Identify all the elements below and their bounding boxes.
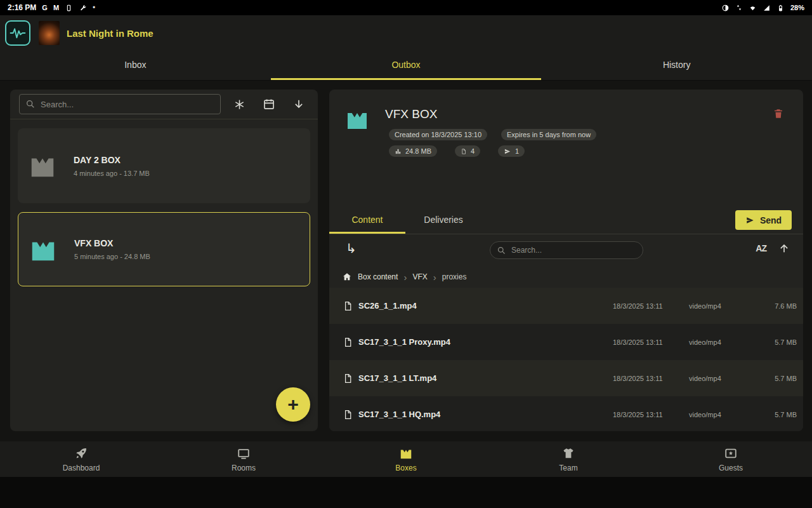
nav-label: Dashboard: [63, 464, 100, 472]
nav-rooms[interactable]: Rooms: [162, 441, 325, 477]
nav-label: Boxes: [395, 464, 416, 472]
box-icon: [29, 235, 58, 264]
nav-guests[interactable]: Guests: [650, 441, 812, 477]
file-type: video/mp4: [689, 375, 752, 382]
sort-order-icon[interactable]: [778, 242, 790, 255]
clock: 2:16 PM: [8, 3, 36, 12]
box-name: VFX BOX: [74, 238, 150, 248]
app-header: Last Night in Rome: [0, 15, 812, 51]
file-type: video/mp4: [689, 302, 752, 310]
home-icon[interactable]: [342, 272, 352, 282]
box-item-vfx[interactable]: VFX BOX 5 minutes ago - 24.8 MB: [18, 212, 310, 286]
search-input[interactable]: [41, 100, 214, 109]
rocket-icon: [74, 446, 88, 460]
tab-outbox[interactable]: Outbox: [271, 51, 542, 80]
breadcrumb-level1[interactable]: VFX: [412, 272, 427, 281]
sort-direction-icon[interactable]: [292, 98, 305, 110]
data-transfer-icon: [735, 4, 743, 11]
file-row[interactable]: SC26_1_1.mp4 18/3/2025 13:11 video/mp4 7…: [329, 288, 803, 324]
detail-tab-bar: Content Deliveries: [329, 207, 803, 234]
size-icon: [395, 148, 402, 155]
add-icon: +: [287, 394, 299, 415]
waveform-icon: [8, 25, 27, 41]
nav-dashboard[interactable]: Dashboard: [0, 441, 162, 477]
display-icon: [237, 446, 251, 460]
badge-star-icon: [724, 446, 738, 460]
outbox-list-panel: DAY 2 BOX 4 minutes ago - 13.7 MB VFX BO…: [10, 90, 318, 431]
file-icon: [461, 148, 467, 155]
box-icon: [344, 107, 370, 132]
file-count-chip: 4: [455, 145, 480, 157]
file-size: 7.6 MB: [752, 302, 797, 310]
send-icon: [745, 216, 755, 225]
brightness-icon: [721, 4, 730, 12]
file-name: SC26_1_1.mp4: [358, 301, 613, 311]
add-box-button[interactable]: +: [276, 387, 310, 422]
file-row[interactable]: SC17_3_1_1 Proxy.mp4 18/3/2025 13:11 vid…: [329, 324, 803, 360]
move-to-icon[interactable]: ↳: [346, 241, 357, 256]
battery-icon: [776, 4, 785, 12]
breadcrumb-level2[interactable]: proxies: [442, 272, 467, 281]
project-title: Last Night in Rome: [67, 28, 154, 39]
size-chip: 24.8 MB: [389, 145, 437, 157]
file-name: SC17_3_1_1 LT.mp4: [358, 373, 613, 383]
tab-deliveries[interactable]: Deliveries: [405, 207, 481, 234]
file-date: 18/3/2025 13:11: [613, 338, 689, 346]
wifi-icon: [749, 4, 757, 12]
google-notification-icon: G: [42, 4, 48, 11]
file-name: SC17_3_1_1 HQ.mp4: [358, 410, 613, 419]
file-row[interactable]: SC17_3_1_1 HQ.mp4 18/3/2025 13:11 video/…: [329, 396, 803, 431]
send-button[interactable]: Send: [735, 210, 792, 230]
file-size: 5.7 MB: [752, 338, 797, 346]
outbox-search: [19, 94, 221, 114]
box-meta: 5 minutes ago - 24.8 MB: [74, 253, 150, 260]
breadcrumb-root[interactable]: Box content: [358, 272, 398, 281]
file-icon: [337, 300, 358, 312]
delivery-count-chip: 1: [498, 145, 525, 157]
search-icon: [25, 99, 36, 109]
box-detail-title: VFX BOX: [385, 107, 437, 121]
device-notification-icon: [65, 4, 73, 12]
file-type: video/mp4: [689, 338, 752, 346]
box-icon: [28, 151, 57, 180]
status-bar: 2:16 PM G M • 28%: [0, 0, 812, 15]
file-list: SC26_1_1.mp4 18/3/2025 13:11 video/mp4 7…: [329, 288, 803, 431]
sort-alpha-icon[interactable]: AZ: [756, 243, 766, 253]
file-icon: [337, 336, 358, 349]
send-icon: [504, 148, 511, 155]
bottom-nav: Dashboard Rooms Boxes Team Guests: [0, 441, 812, 477]
box-item-day2[interactable]: DAY 2 BOX 4 minutes ago - 13.7 MB: [18, 128, 310, 203]
tab-inbox[interactable]: Inbox: [0, 51, 271, 80]
chevron-right-icon: ›: [433, 272, 436, 282]
box-detail-panel: VFX BOX Created on 18/3/2025 13:10 Expir…: [329, 90, 803, 431]
nav-label: Guests: [719, 464, 743, 472]
gmail-notification-icon: M: [53, 4, 59, 11]
box-icon: [399, 446, 413, 460]
system-update-icon: [79, 4, 87, 12]
content-search: [490, 241, 643, 259]
gesture-area: [0, 477, 812, 508]
file-date: 18/3/2025 13:11: [613, 302, 689, 310]
box-name: DAY 2 BOX: [74, 155, 150, 165]
filter-new-icon[interactable]: [233, 98, 246, 110]
breadcrumb: Box content › VFX › proxies: [342, 269, 466, 284]
file-icon: [337, 408, 358, 421]
nav-boxes[interactable]: Boxes: [325, 441, 487, 477]
app-logo[interactable]: [5, 20, 30, 46]
content-toolbar: ↳ AZ: [329, 235, 803, 265]
project-poster[interactable]: [39, 21, 60, 45]
file-icon: [337, 372, 358, 385]
calendar-filter-icon[interactable]: [263, 98, 275, 110]
tab-content[interactable]: Content: [329, 207, 405, 234]
file-date: 18/3/2025 13:11: [613, 375, 689, 382]
box-meta: 4 minutes ago - 13.7 MB: [74, 170, 150, 177]
tab-history[interactable]: History: [541, 51, 812, 80]
created-chip: Created on 18/3/2025 13:10: [389, 129, 487, 140]
nav-label: Team: [559, 464, 577, 472]
nav-team[interactable]: Team: [487, 441, 650, 477]
nav-label: Rooms: [232, 464, 256, 472]
content-search-input[interactable]: [511, 246, 636, 255]
file-name: SC17_3_1_1 Proxy.mp4: [358, 337, 613, 347]
delete-box-button[interactable]: [773, 107, 784, 120]
file-row[interactable]: SC17_3_1_1 LT.mp4 18/3/2025 13:11 video/…: [329, 360, 803, 396]
